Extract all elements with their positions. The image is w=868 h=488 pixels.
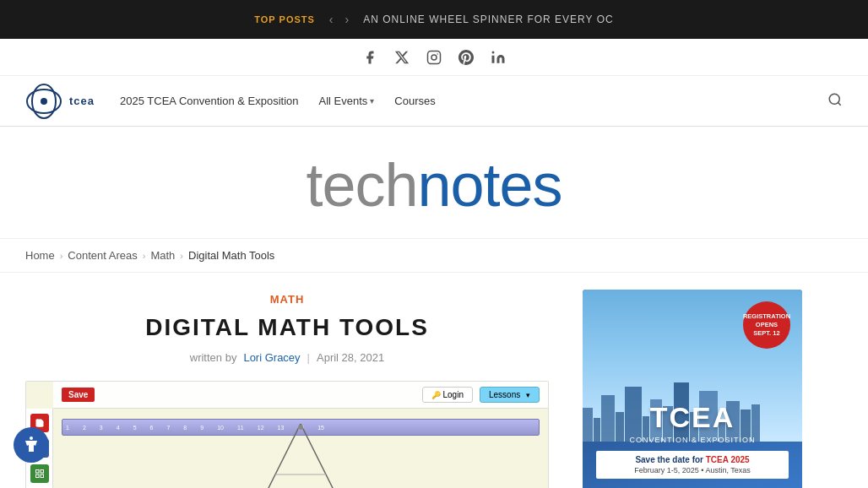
ad-badge-line2: OPENS [756, 321, 778, 329]
ad-tcea-title: TCEA [650, 401, 735, 434]
written-by-label: written by [190, 351, 237, 364]
article-meta: written by Lori Gracey | April 28, 2021 [25, 351, 549, 364]
svg-rect-15 [41, 470, 44, 474]
svg-point-7 [829, 94, 839, 104]
breadcrumb-sep-1: › [60, 251, 63, 261]
main-content: Math DIGITAL MATH TOOLS written by Lori … [0, 273, 868, 488]
accessibility-widget[interactable] [14, 427, 49, 463]
svg-point-6 [41, 98, 47, 105]
search-button[interactable] [827, 92, 843, 111]
image-login-button[interactable]: 🔑 Login [422, 387, 473, 403]
sidebar-advertisement[interactable]: REGISTRATION OPENS SEPT. 12 TCEA CONVENT… [583, 290, 802, 488]
article-area: Math DIGITAL MATH TOOLS written by Lori … [0, 273, 574, 488]
svg-line-19 [301, 424, 334, 488]
svg-point-22 [30, 436, 33, 440]
article-image: Save 🔑 Login Lessons ▾ [25, 381, 549, 488]
svg-rect-14 [35, 470, 39, 474]
tcea-logo-icon [25, 83, 62, 120]
top-bar-post-title: AN ONLINE WHEEL SPINNER FOR EVERY OC [363, 14, 614, 25]
twitter-x-icon[interactable] [393, 48, 411, 67]
ad-registration-badge: REGISTRATION OPENS SEPT. 12 [743, 301, 790, 349]
linkedin-icon[interactable] [489, 48, 507, 67]
svg-rect-0 [428, 51, 441, 63]
ad-tcea-2025-highlight: TCEA 2025 [706, 455, 750, 464]
nav-convention-link[interactable]: 2025 TCEA Convention & Exposition [120, 95, 299, 107]
article-title: DIGITAL MATH TOOLS [25, 314, 549, 341]
technotes-title: technotes [306, 150, 561, 220]
breadcrumb-content-areas[interactable]: Content Areas [68, 249, 137, 262]
top-posts-label: TOP POSTS [254, 14, 315, 24]
breadcrumb-sep-3: › [180, 251, 183, 261]
article-category[interactable]: Math [25, 293, 549, 306]
svg-point-3 [492, 51, 495, 53]
top-bar: TOP POSTS ‹ › AN ONLINE WHEEL SPINNER FO… [0, 0, 868, 39]
tech-text: tech [306, 151, 417, 219]
nav-courses-link[interactable]: Courses [394, 95, 435, 107]
svg-point-2 [437, 53, 438, 55]
svg-point-21 [298, 425, 303, 430]
svg-point-1 [431, 55, 437, 60]
grid-tool-icon[interactable] [30, 464, 49, 483]
next-post-button[interactable]: › [341, 11, 354, 28]
breadcrumb-digital-math: Digital Math Tools [188, 249, 274, 262]
breadcrumb: Home › Content Areas › Math › Digital Ma… [0, 239, 868, 273]
accessibility-icon [21, 435, 41, 455]
breadcrumb-sep-2: › [143, 251, 146, 261]
breadcrumb-home[interactable]: Home [25, 249, 55, 262]
sidebar: REGISTRATION OPENS SEPT. 12 TCEA CONVENT… [574, 273, 811, 488]
pinterest-icon[interactable] [457, 48, 475, 67]
image-toolbar: Save 🔑 Login Lessons ▾ [53, 382, 548, 409]
ad-subtitle: CONVENTION & EXPOSITION [629, 436, 755, 444]
logo-text: tcea [69, 95, 95, 107]
ad-event-details: February 1-5, 2025 • Austin, Texas [606, 466, 778, 474]
nav-bar: tcea 2025 TCEA Convention & Exposition A… [0, 76, 868, 127]
notes-text: notes [417, 151, 561, 219]
drawing-area [53, 444, 548, 488]
svg-rect-17 [41, 474, 44, 478]
nav-links: 2025 TCEA Convention & Exposition All Ev… [120, 95, 802, 107]
image-lessons-button[interactable]: Lessons ▾ [480, 387, 540, 403]
logo-area[interactable]: tcea [25, 83, 95, 120]
article-image-content: Save 🔑 Login Lessons ▾ [26, 382, 548, 488]
breadcrumb-math[interactable]: Math [150, 249, 175, 262]
author-link[interactable]: Lori Gracey [243, 351, 300, 364]
svg-rect-16 [35, 474, 39, 478]
compass-image [250, 424, 351, 488]
facebook-icon[interactable] [361, 48, 379, 67]
social-bar [0, 39, 868, 76]
ad-save-date-text: Save the date for TCEA 2025 [635, 455, 749, 464]
events-dropdown-arrow: ▾ [370, 96, 374, 106]
ad-save-date: Save the date for TCEA 2025 February 1-5… [596, 451, 789, 479]
ad-badge-line1: REGISTRATION [743, 312, 790, 321]
svg-line-18 [267, 424, 301, 488]
nav-events-link[interactable]: All Events ▾ [319, 95, 375, 107]
prev-post-button[interactable]: ‹ [325, 11, 338, 28]
instagram-icon[interactable] [425, 48, 443, 67]
article-date: April 28, 2021 [317, 351, 384, 364]
image-save-button[interactable]: Save [62, 388, 95, 402]
top-bar-nav: ‹ › [325, 11, 353, 28]
meta-separator: | [307, 351, 310, 364]
ad-badge-line3: SEPT. 12 [753, 329, 779, 338]
technotes-banner: technotes [0, 127, 868, 239]
